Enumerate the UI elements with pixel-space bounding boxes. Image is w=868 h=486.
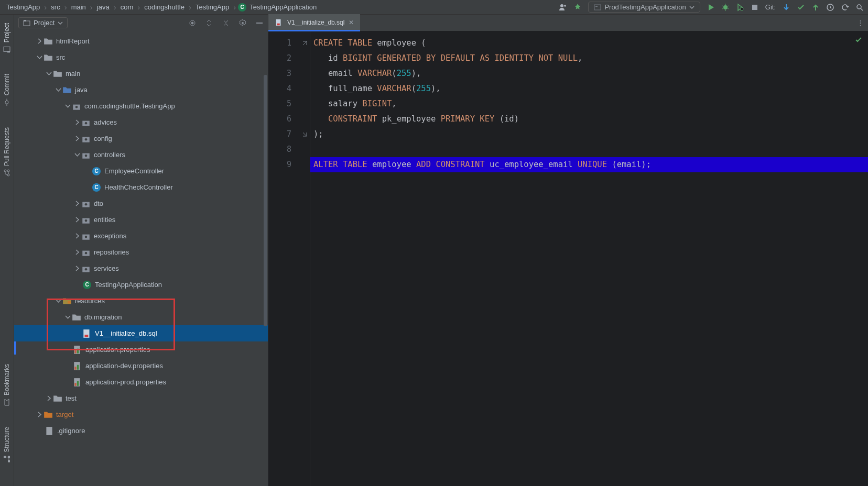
svg-point-7 — [857, 5, 861, 9]
svg-rect-42 — [85, 335, 89, 337]
tree-class-healthcheck-controller[interactable]: C HealthCheckController — [14, 179, 268, 195]
collapse-all-icon[interactable] — [222, 19, 230, 27]
svg-rect-40 — [68, 301, 71, 304]
run-coverage-icon[interactable] — [736, 3, 744, 12]
user-add-icon[interactable] — [559, 3, 567, 12]
tree-class-testingapp-application[interactable]: C TestingAppApplication — [14, 277, 268, 293]
class-icon: C — [238, 3, 246, 12]
svg-rect-8 — [4, 47, 10, 51]
breadcrumb-item[interactable]: TestingAppApplication — [247, 3, 319, 12]
code-editor[interactable]: 1 2 3 4 5 6 7 8 9 CREATE TABLE employee — [268, 31, 868, 486]
svg-rect-9 — [7, 51, 10, 52]
svg-rect-1 — [594, 5, 601, 10]
tree-package-repositories[interactable]: repositories — [14, 244, 268, 260]
svg-point-3 — [723, 5, 728, 9]
svg-rect-45 — [77, 348, 79, 353]
svg-rect-14 — [8, 460, 10, 462]
svg-point-23 — [75, 105, 78, 108]
svg-point-29 — [85, 154, 88, 157]
project-view-selector[interactable]: Project — [18, 17, 68, 28]
tree-package[interactable]: com.codingshuttle.TestingApp — [14, 98, 268, 114]
project-view-label: Project — [34, 19, 55, 27]
tree-package-dto[interactable]: dto — [14, 195, 268, 212]
tree-package-controllers[interactable]: controllers — [14, 147, 268, 163]
tree-folder-db-migration[interactable]: db.migration — [14, 309, 268, 325]
build-icon[interactable] — [573, 3, 582, 12]
search-icon[interactable] — [855, 3, 864, 12]
tree-folder-target[interactable]: target — [14, 406, 268, 423]
tool-tab-structure[interactable]: Structure — [3, 424, 10, 466]
svg-point-25 — [85, 121, 88, 124]
settings-icon[interactable] — [238, 19, 247, 27]
select-opened-file-icon[interactable] — [188, 19, 197, 27]
history-icon[interactable] — [826, 3, 834, 12]
svg-rect-18 — [24, 20, 26, 21]
svg-rect-50 — [74, 383, 76, 386]
run-configuration-dropdown[interactable]: ProdTestingAppApplication — [588, 2, 700, 13]
chevron-down-icon — [689, 5, 695, 10]
breadcrumb-sep: › — [43, 3, 48, 12]
project-tree[interactable]: htmlReport src main java — [14, 31, 268, 486]
svg-rect-44 — [74, 350, 76, 354]
breadcrumb-item[interactable]: java — [95, 3, 112, 12]
tree-folder-test[interactable]: test — [14, 390, 268, 406]
tree-package-config[interactable]: config — [14, 130, 268, 147]
tree-file-application-prod-properties[interactable]: application-prod.properties — [14, 374, 268, 390]
tree-class-employee-controller[interactable]: C EmployeeController — [14, 163, 268, 179]
svg-point-35 — [85, 235, 88, 238]
tool-tab-bookmarks[interactable]: Bookmarks — [3, 361, 10, 409]
editor-area: V1__initialize_db.sql ✕ ⋮ 1 2 3 4 5 6 7 … — [268, 15, 868, 486]
tool-tab-pull-requests[interactable]: Pull Requests — [3, 124, 10, 180]
editor-tabs-bar: V1__initialize_db.sql ✕ ⋮ — [268, 15, 868, 31]
tree-folder-main[interactable]: main — [14, 65, 268, 82]
breadcrumb: TestingApp› src› main› java› com› coding… — [4, 3, 319, 12]
tree-file-v1-initialize-db-sql[interactable]: V1__initialize_db.sql — [14, 325, 268, 341]
project-tool-window: Project htmlReport — [14, 15, 268, 486]
breadcrumb-item[interactable]: codingshuttle — [142, 3, 187, 12]
project-scrollbar[interactable] — [263, 31, 268, 486]
fold-column[interactable] — [301, 31, 310, 486]
editor-tab-v1-initialize-db-sql[interactable]: V1__initialize_db.sql ✕ — [268, 14, 360, 31]
svg-rect-47 — [74, 367, 76, 370]
breadcrumb-item[interactable]: TestingApp — [193, 3, 231, 12]
tree-package-exceptions[interactable]: exceptions — [14, 228, 268, 244]
tool-tab-project[interactable]: Project — [3, 20, 10, 56]
tree-package-services[interactable]: services — [14, 260, 268, 277]
svg-point-12 — [7, 170, 9, 172]
debug-icon[interactable] — [721, 3, 730, 12]
breadcrumb-item[interactable]: src — [49, 3, 62, 12]
project-panel-header: Project — [14, 15, 268, 31]
code-content[interactable]: CREATE TABLE employee ( id BIGINT GENERA… — [310, 31, 868, 486]
svg-rect-48 — [77, 364, 79, 369]
svg-point-27 — [85, 138, 88, 140]
close-icon[interactable]: ✕ — [349, 19, 354, 26]
expand-all-icon[interactable] — [205, 19, 213, 27]
tree-file-application-dev-properties[interactable]: application-dev.properties — [14, 358, 268, 374]
git-push-icon[interactable] — [811, 3, 820, 12]
tree-folder-src[interactable]: src — [14, 49, 268, 65]
svg-point-13 — [4, 170, 6, 172]
tree-folder-resources[interactable]: resources — [14, 293, 268, 309]
rollback-icon[interactable] — [841, 3, 849, 12]
git-commit-icon[interactable] — [797, 3, 805, 12]
svg-point-10 — [5, 101, 8, 104]
svg-point-39 — [85, 268, 88, 270]
breadcrumb-item[interactable]: TestingApp — [4, 3, 42, 12]
tree-package-entities[interactable]: entities — [14, 212, 268, 228]
inspection-ok-icon[interactable] — [854, 36, 863, 46]
tree-folder-java[interactable]: java — [14, 82, 268, 98]
stop-icon[interactable] — [751, 3, 759, 12]
breadcrumb-item[interactable]: main — [69, 3, 88, 12]
tree-folder-htmlReport[interactable]: htmlReport — [14, 33, 268, 49]
tool-tab-commit[interactable]: Commit — [3, 71, 10, 109]
tree-file-application-properties[interactable]: application.properties — [14, 341, 268, 358]
svg-rect-51 — [77, 381, 79, 385]
tree-file-gitignore[interactable]: .gitignore — [14, 423, 268, 439]
hide-icon[interactable] — [255, 19, 264, 27]
editor-gutter: 1 2 3 4 5 6 7 8 9 — [268, 31, 301, 486]
tree-package-advices[interactable]: advices — [14, 114, 268, 130]
git-update-icon[interactable] — [782, 3, 790, 12]
editor-tabs-more-icon[interactable]: ⋮ — [853, 14, 868, 31]
run-icon[interactable] — [707, 3, 715, 12]
breadcrumb-item[interactable]: com — [118, 3, 136, 12]
